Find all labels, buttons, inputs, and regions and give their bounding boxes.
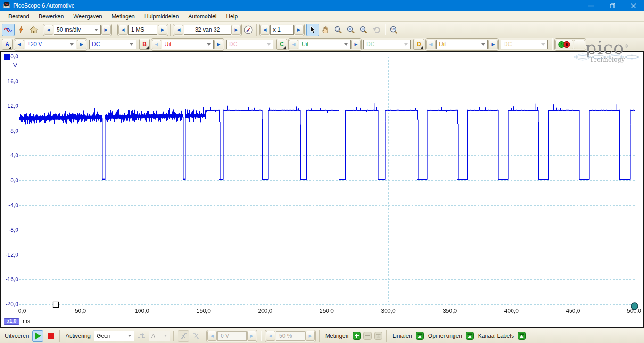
waveform-view-button[interactable] bbox=[2, 24, 15, 36]
trigger-level-up-button[interactable]: ▶ bbox=[247, 331, 256, 341]
menu-help[interactable]: Help bbox=[221, 12, 242, 21]
stop-button[interactable] bbox=[45, 330, 56, 342]
buffer-navigator-button[interactable] bbox=[242, 24, 255, 36]
rising-edge-button[interactable] bbox=[178, 330, 189, 342]
channel-c-range-next-button[interactable]: ▶ bbox=[351, 40, 361, 49]
zoom-out-button[interactable] bbox=[357, 24, 370, 36]
close-button[interactable] bbox=[623, 0, 644, 11]
hand-tool-button[interactable] bbox=[319, 24, 332, 36]
normal-selection-button[interactable] bbox=[306, 24, 319, 36]
timebase-select[interactable]: 50 ms/div bbox=[54, 25, 101, 35]
channel-b-range-next-button[interactable]: ▶ bbox=[214, 40, 223, 49]
buffer-next-button[interactable]: ▶ bbox=[231, 25, 241, 35]
trigger-toolbar: Uitvoeren Activering Geen A ◀ 0 V ▶ ◀ 50… bbox=[0, 328, 644, 343]
play-icon bbox=[35, 332, 41, 340]
rulers-toggle-button[interactable] bbox=[415, 331, 425, 341]
channel-c-range-select[interactable]: Uit bbox=[299, 40, 351, 49]
pretrigger-up-button[interactable]: ▶ bbox=[305, 331, 315, 341]
zoom-prev-button[interactable]: ◀ bbox=[260, 25, 270, 35]
svg-text:B: B bbox=[565, 43, 568, 46]
stop-icon bbox=[48, 333, 54, 339]
run-button[interactable] bbox=[32, 330, 43, 342]
channel-d-options-button[interactable]: D bbox=[413, 39, 424, 50]
magnifier-minus-icon bbox=[360, 26, 368, 34]
samples-next-button[interactable]: ▶ bbox=[158, 25, 167, 35]
zoom-marquee-button[interactable] bbox=[332, 24, 345, 36]
samples-prev-button[interactable]: ◀ bbox=[118, 25, 128, 35]
channel-a-coupling-select[interactable]: DC bbox=[89, 40, 136, 49]
channel-a-range-prev-button[interactable]: ◀ bbox=[15, 40, 24, 49]
title-bar: PicoScope 6 Automotive bbox=[0, 0, 644, 11]
auto-setup-button[interactable] bbox=[15, 24, 27, 36]
channel-labels-label: Kanaal Labels bbox=[478, 333, 514, 339]
channel-c-options-button[interactable]: C bbox=[276, 39, 287, 50]
trigger-level-down-button[interactable]: ◀ bbox=[207, 331, 217, 341]
zoom-in-button[interactable] bbox=[345, 24, 357, 36]
trigger-level-input[interactable]: 0 V bbox=[217, 331, 247, 341]
chevron-down-icon bbox=[404, 43, 408, 46]
pretrigger-down-button[interactable]: ◀ bbox=[266, 331, 275, 341]
menu-hulpmiddelen[interactable]: Hulpmiddelen bbox=[140, 12, 183, 21]
falling-edge-button[interactable] bbox=[190, 330, 202, 342]
minimize-button[interactable] bbox=[580, 0, 602, 11]
trigger-source-select[interactable]: A bbox=[149, 331, 170, 341]
menu-bestand[interactable]: Bestand bbox=[4, 12, 34, 21]
x-axis-multiplier-badge[interactable]: x1,0 bbox=[4, 318, 19, 325]
chevron-down-icon bbox=[94, 29, 98, 31]
channel-b-options-button[interactable]: B bbox=[139, 39, 150, 50]
channel-d-coupling-select[interactable]: DC bbox=[501, 40, 548, 49]
buffer-indicator[interactable]: 32 van 32 bbox=[184, 25, 231, 35]
channel-a-range-next-button[interactable]: ▶ bbox=[77, 40, 86, 49]
channel-d-range-select[interactable]: Uit bbox=[436, 40, 488, 49]
buffer-prev-button[interactable]: ◀ bbox=[174, 25, 183, 35]
probes-ab-button[interactable]: AB bbox=[555, 40, 573, 49]
panel-up-icon bbox=[518, 332, 526, 340]
channel-b-coupling-select[interactable]: DC bbox=[226, 40, 273, 49]
channel-c-range-group: ◀ Uit ▶ bbox=[288, 38, 362, 51]
edit-measurement-button[interactable] bbox=[373, 331, 383, 341]
chevron-down-icon bbox=[70, 43, 74, 46]
svg-text:A: A bbox=[560, 43, 562, 46]
svg-text:100: 100 bbox=[391, 28, 395, 31]
menu-metingen[interactable]: Metingen bbox=[107, 12, 140, 21]
remove-measurement-button[interactable] bbox=[363, 331, 372, 341]
app-icon bbox=[3, 2, 10, 9]
channel-d-range-prev-button[interactable]: ◀ bbox=[426, 40, 436, 49]
channel-b-range-select[interactable]: Uit bbox=[162, 40, 214, 49]
timebase-prev-button[interactable]: ◀ bbox=[44, 25, 53, 35]
magnifier-marquee-icon bbox=[334, 26, 342, 34]
chevron-down-icon bbox=[130, 43, 133, 46]
chevron-down-icon bbox=[344, 43, 348, 46]
channel-b-range-prev-button[interactable]: ◀ bbox=[152, 40, 161, 49]
channel-d-range-next-button[interactable]: ▶ bbox=[488, 40, 498, 49]
zoom-input[interactable]: x 1 bbox=[270, 25, 294, 35]
falling-edge-icon bbox=[193, 333, 200, 339]
add-measurement-button[interactable] bbox=[352, 331, 361, 341]
menu-automobiel[interactable]: Automobiel bbox=[183, 12, 221, 21]
channel-a-options-button[interactable]: A bbox=[2, 39, 13, 50]
hand-icon bbox=[322, 26, 329, 33]
trigger-label: Activering bbox=[66, 333, 91, 339]
timebase-next-button[interactable]: ▶ bbox=[101, 25, 111, 35]
channel-c-range-prev-button[interactable]: ◀ bbox=[289, 40, 298, 49]
chevron-down-icon bbox=[267, 43, 271, 46]
magnifier-100-icon: 100 bbox=[390, 26, 398, 34]
trigger-level-group: ◀ 0 V ▶ bbox=[206, 330, 257, 342]
rulers-label: Linialen bbox=[392, 333, 412, 339]
channel-c-coupling-select[interactable]: DC bbox=[363, 40, 411, 49]
advanced-trigger-button[interactable] bbox=[136, 330, 147, 342]
zoom-next-button[interactable]: ▶ bbox=[294, 25, 304, 35]
notes-toggle-button[interactable] bbox=[465, 331, 475, 341]
zoom-overview-button[interactable]: 100 bbox=[388, 24, 400, 36]
restore-button[interactable] bbox=[602, 0, 623, 11]
channel-a-range-select[interactable]: ±20 V bbox=[25, 40, 76, 49]
menu-weergaven[interactable]: Weergaven bbox=[68, 12, 107, 21]
pretrigger-input[interactable]: 50 % bbox=[276, 331, 305, 341]
trigger-mode-select[interactable]: Geen bbox=[94, 331, 134, 341]
channel-labels-toggle-button[interactable] bbox=[517, 331, 527, 341]
waveform-canvas[interactable] bbox=[1, 52, 643, 327]
samples-input[interactable]: 1 MS bbox=[128, 25, 157, 35]
undo-zoom-button[interactable] bbox=[370, 24, 383, 36]
home-button[interactable] bbox=[27, 24, 40, 36]
menu-bewerken[interactable]: Bewerken bbox=[34, 12, 68, 21]
